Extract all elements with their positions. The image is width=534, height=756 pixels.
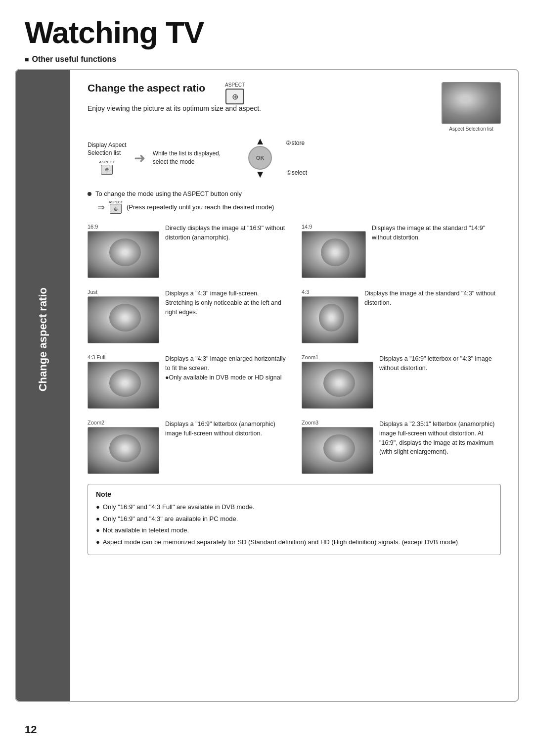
aspect-img-4-3-full: 4:3 Full: [88, 354, 159, 409]
note-text-3: Not available in teletext mode.: [103, 525, 189, 535]
note-item-3: ● Not available in teletext mode.: [96, 525, 492, 535]
aspect-label-16-9: 16:9: [88, 224, 98, 230]
aspect-desc-14-9: Displays the image at the standard "14:9…: [372, 224, 501, 242]
note-bullet-2: ●: [96, 514, 100, 524]
note-bullet-4: ●: [96, 537, 100, 547]
store-label: ②store: [286, 140, 305, 146]
aspect-desc-zoom3: Displays a "2.35:1" letterbox (anamorphi…: [379, 420, 501, 457]
note-item-4: ● Aspect mode can be memorized separatel…: [96, 537, 492, 547]
header-right-area: Aspect Selection 16:914:9Just4:3Zoom1Zoo…: [442, 82, 501, 132]
intro-text: Enjoy viewing the picture at its optimum…: [88, 104, 261, 112]
note-title: Note: [96, 490, 492, 498]
nav-ok-button: OK: [248, 146, 272, 170]
aspect-item-4-3-full: 4:3 Full Displays a "4:3" image enlarged…: [88, 354, 287, 409]
aspect-label-4-3: 4:3: [302, 289, 309, 295]
while-list-col: While the list is displayed,select the m…: [153, 149, 221, 166]
note-bullet-1: ●: [96, 502, 100, 512]
tip-arrow-icon: ⇒: [97, 202, 105, 213]
aspect-img-zoom2: Zoom2: [88, 420, 159, 474]
aspect-label-text: ASPECT: [225, 82, 245, 88]
nav-diagram: ▲ ▼ OK ②store ①select: [238, 136, 282, 180]
aspect-desc-4-3: Displays the image at the standard "4:3"…: [364, 289, 501, 308]
nav-down-arrow: ▼: [255, 169, 265, 180]
tip-section: To change the mode using the ASPECT butt…: [88, 190, 501, 214]
flower-thumb-zoom2: [88, 427, 159, 474]
note-box: Note ● Only "16:9" and "4:3 Full" are av…: [88, 484, 501, 555]
display-selection-row: Display AspectSelection list ASPECT ⊕ ➜ …: [88, 136, 501, 180]
flower-thumb-4-3: [302, 296, 358, 343]
aspect-item-zoom1: Zoom1 Displays a "16:9" letterbox or "4:…: [302, 354, 501, 409]
tip-aspect-box: ⊕: [110, 204, 122, 214]
flower-thumb-4-3-full: [88, 362, 159, 409]
aspect-mini-box: ⊕: [101, 165, 113, 175]
flower-thumb-16-9: [88, 231, 159, 278]
aspect-button-box: ⊕: [225, 89, 244, 104]
note-text-1: Only "16:9" and "4:3 Full" are available…: [103, 502, 255, 512]
aspect-label-4-3-full: 4:3 Full: [88, 354, 105, 360]
tip-sub-text: (Press repeatedly until you reach the de…: [127, 203, 274, 211]
aspect-item-zoom2: Zoom2 Displays a "16:9" letterbox (anamo…: [88, 420, 287, 474]
aspect-desc-4-3-full: Displays a "4:3" image enlarged horizont…: [165, 354, 287, 382]
tip-aspect-btn: ASPECT ⊕: [109, 200, 123, 214]
while-list-label: While the list is displayed,select the m…: [153, 149, 221, 166]
aspect-button-icon: ASPECT ⊕: [225, 82, 245, 104]
ok-nav-arrows: ▲ ▼ OK ②store ①select: [238, 136, 282, 180]
display-aspect-col: Display AspectSelection list ASPECT ⊕: [88, 141, 127, 175]
aspect-img-14-9: 14:9: [302, 224, 366, 278]
aspect-label-zoom3: Zoom3: [302, 420, 318, 425]
arrow-right-icon: ➜: [134, 150, 145, 166]
note-item-2: ● Only "16:9" and "4:3" are available in…: [96, 514, 492, 524]
aspect-desc-just: Displays a "4:3" image full-screen. Stre…: [165, 289, 287, 317]
aspect-item-just: Just Displays a "4:3" image full-screen.…: [88, 289, 287, 343]
main-content: Change the aspect ratio ASPECT ⊕ Enjoy v…: [70, 70, 518, 701]
note-bullet-3: ●: [96, 525, 100, 535]
section-header: Other useful functions: [0, 55, 534, 69]
aspect-img-zoom3: Zoom3: [302, 420, 373, 474]
aspect-item-14-9: 14:9 Displays the image at the standard …: [302, 224, 501, 278]
note-text-2: Only "16:9" and "4:3" are available in P…: [103, 514, 238, 524]
aspect-desc-16-9: Directly displays the image at "16:9" wi…: [165, 224, 287, 242]
sidebar-label: Change aspect ratio: [37, 287, 49, 391]
display-aspect-label: Display AspectSelection list: [88, 141, 127, 158]
aspect-title-col: Change the aspect ratio ASPECT ⊕ Enjoy v…: [88, 82, 261, 120]
main-container: Change aspect ratio Change the aspect ra…: [15, 69, 519, 702]
bullet-icon: [88, 192, 91, 196]
note-item-1: ● Only "16:9" and "4:3 Full" are availab…: [96, 502, 492, 512]
aspect-label-zoom2: Zoom2: [88, 420, 104, 425]
aspect-img-zoom1: Zoom1: [302, 354, 373, 409]
aspect-header-row: Change the aspect ratio ASPECT ⊕ Enjoy v…: [88, 82, 501, 132]
aspect-label-14-9: 14:9: [302, 224, 312, 230]
aspect-label-just: Just: [88, 289, 97, 295]
aspect-item-zoom3: Zoom3 Displays a "2.35:1" letterbox (ana…: [302, 420, 501, 474]
aspect-label-zoom1: Zoom1: [302, 354, 318, 360]
aspect-img-just: Just: [88, 289, 159, 343]
tip-row: To change the mode using the ASPECT butt…: [88, 190, 501, 197]
note-text-4: Aspect mode can be memorized separately …: [103, 537, 458, 547]
aspect-selection-list-label: Aspect Selection list: [449, 126, 493, 132]
left-sidebar: Change aspect ratio: [16, 70, 70, 701]
flower-thumb-zoom1: [302, 362, 373, 409]
tip-sub-row: ⇒ ASPECT ⊕ (Press repeatedly until you r…: [97, 200, 501, 214]
aspect-title: Change the aspect ratio: [88, 82, 205, 94]
page-title: Watching TV: [0, 0, 534, 55]
aspect-screen-thumbnail: Aspect Selection 16:914:9Just4:3Zoom1Zoo…: [442, 82, 501, 124]
aspect-item-4-3: 4:3 Displays the image at the standard "…: [302, 289, 501, 343]
aspect-grid: 16:9 Directly displays the image at "16:…: [88, 224, 501, 474]
aspect-img-4-3: 4:3: [302, 289, 358, 343]
aspect-desc-zoom1: Displays a "16:9" letterbox or "4:3" ima…: [379, 354, 501, 373]
aspect-item-16-9: 16:9 Directly displays the image at "16:…: [88, 224, 287, 278]
page-number: 12: [25, 723, 37, 736]
aspect-img-16-9: 16:9: [88, 224, 159, 278]
aspect-desc-zoom2: Displays a "16:9" letterbox (anamorphic)…: [165, 420, 287, 438]
tip-text: To change the mode using the ASPECT butt…: [95, 190, 242, 197]
flower-thumb-zoom3: [302, 427, 373, 474]
aspect-mini-btn: ASPECT ⊕: [88, 159, 127, 175]
flower-thumb-just: [88, 296, 159, 343]
nav-up-arrow: ▲: [255, 136, 265, 147]
flower-thumb-14-9: [302, 231, 366, 278]
select-label: ①select: [286, 169, 307, 176]
